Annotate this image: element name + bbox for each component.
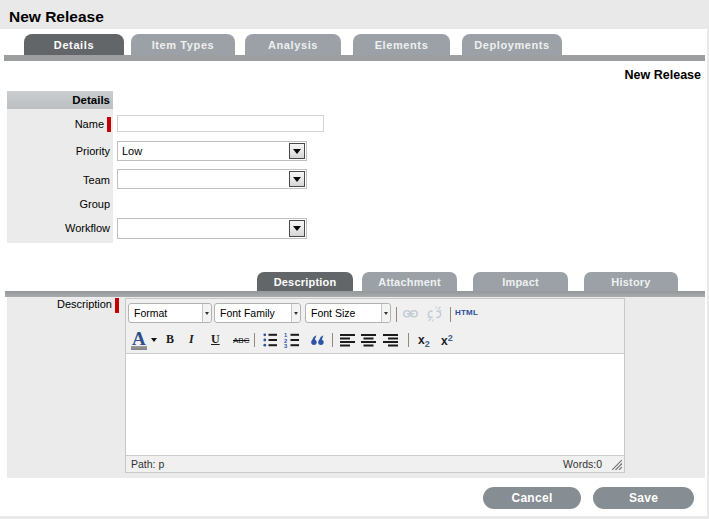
svg-text:3: 3	[284, 343, 288, 349]
